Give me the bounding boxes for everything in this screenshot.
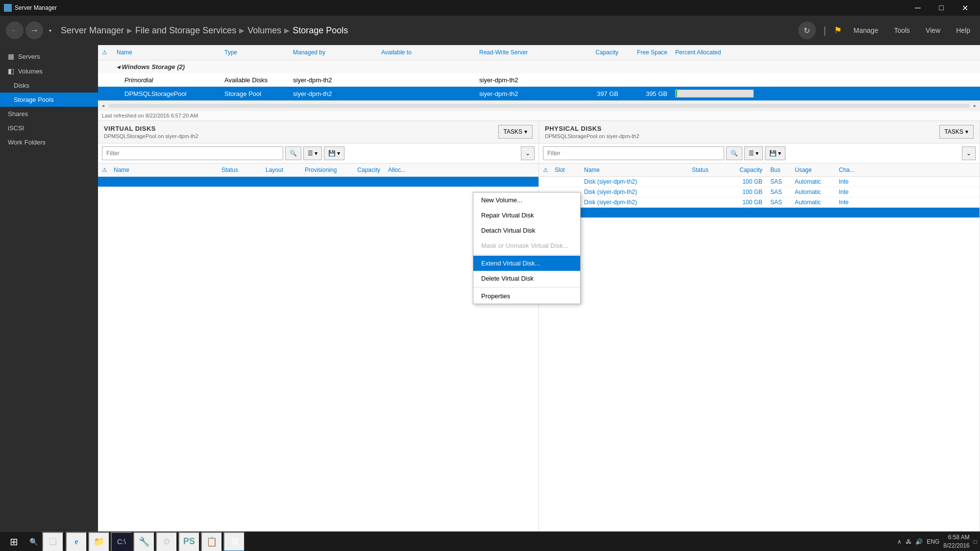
physical-disks-expand-btn[interactable]: ⌄: [962, 146, 976, 160]
sidebar-item-shares[interactable]: Shares: [0, 107, 98, 121]
context-menu-properties[interactable]: Properties: [473, 288, 580, 304]
vd-col-status[interactable]: Status: [218, 165, 262, 175]
pd-col-bus[interactable]: Bus: [766, 165, 791, 175]
scroll-left-arrow[interactable]: ◂: [100, 103, 106, 108]
vd-col-layout[interactable]: Layout: [262, 165, 301, 175]
table-group-header: ◂ Windows Storage (2): [98, 60, 980, 73]
physical-disk-row[interactable]: Disk (siyer-dpm-th2) 100 GB SAS Automati…: [539, 187, 980, 197]
physical-disks-search-btn[interactable]: 🔍: [726, 146, 742, 160]
context-menu-delete[interactable]: Delete Virtual Disk: [473, 271, 580, 286]
nav-dropdown-button[interactable]: ▾: [45, 22, 55, 39]
view-button[interactable]: View: [922, 24, 944, 36]
managed-cell: siyer-dpm-th2: [289, 74, 377, 86]
taskbar-tools1[interactable]: 🔧: [133, 532, 155, 551]
context-menu-repair[interactable]: Repair Virtual Disk: [473, 208, 580, 223]
managed-cell: siyer-dpm-th2: [289, 88, 377, 99]
context-menu-new-volume[interactable]: New Volume...: [473, 192, 580, 208]
col-header-available[interactable]: Available to: [377, 47, 475, 58]
notification-icon[interactable]: □: [974, 538, 977, 545]
virtual-disks-search-btn[interactable]: 🔍: [285, 146, 301, 160]
context-menu-mask[interactable]: Mask or Unmask Virtual Disk...: [473, 238, 580, 253]
virtual-disks-view-btn[interactable]: ☰ ▾: [303, 146, 322, 160]
physical-disks-filter[interactable]: [543, 146, 724, 160]
taskbar-cmd[interactable]: C:\: [111, 532, 132, 551]
top-table-section: ⚠ Name Type Managed by Available to Read…: [98, 45, 980, 121]
context-menu-extend[interactable]: Extend Virtual Disk...: [473, 256, 580, 271]
table-row[interactable]: Primordial Available Disks siyer-dpm-th2…: [98, 73, 980, 87]
physical-disks-tasks-button[interactable]: TASKS ▾: [939, 125, 974, 139]
tray-arrow[interactable]: ∧: [897, 538, 902, 545]
vd-col-name[interactable]: Name: [110, 165, 218, 175]
scroll-track[interactable]: [108, 104, 970, 108]
physical-disk-row[interactable]: Disk (siyer-dpm-th2) 100 GB SAS Automati…: [539, 177, 980, 187]
taskbar-clock[interactable]: 6:58 AM 8/22/2016: [943, 533, 969, 550]
physical-disks-save-btn[interactable]: 💾 ▾: [765, 146, 785, 160]
pd-col-name[interactable]: Name: [580, 165, 688, 175]
sidebar-item-iscsi[interactable]: iSCSI: [0, 121, 98, 135]
virtual-disks-save-btn[interactable]: 💾 ▾: [324, 146, 344, 160]
minimize-button[interactable]: ─: [906, 0, 929, 16]
virtual-disks-filter[interactable]: [102, 146, 283, 160]
forward-button[interactable]: →: [25, 22, 43, 39]
start-button[interactable]: ⊞: [3, 533, 24, 551]
col-header-rw-server[interactable]: Read-Write Server: [475, 47, 573, 58]
physical-disks-header: PHYSICAL DISKS DPMSQLStoragePool on siye…: [539, 121, 980, 144]
pd-col-chassis[interactable]: Cha...: [835, 165, 859, 175]
taskbar-clipboard[interactable]: 📋: [201, 532, 222, 551]
maximize-button[interactable]: □: [930, 0, 953, 16]
help-button[interactable]: Help: [952, 24, 974, 36]
sidebar-item-servers[interactable]: ▦ Servers: [0, 49, 98, 64]
pd-col-slot[interactable]: Slot: [551, 165, 580, 175]
pd-col-capacity[interactable]: Capacity: [727, 165, 766, 175]
tray-volume[interactable]: 🔊: [915, 538, 923, 545]
manage-button[interactable]: Manage: [850, 24, 882, 36]
taskbar-task-view[interactable]: ❑: [42, 532, 64, 551]
window-title: Server Manager: [15, 4, 57, 11]
breadcrumb-server-manager[interactable]: Server Manager: [61, 25, 124, 36]
virtual-disk-row[interactable]: DPMSQLStoragePool Simple Thin 396.0 GB 1…: [98, 177, 539, 187]
vd-col-alloc[interactable]: Alloc...: [384, 165, 414, 175]
physical-disk-row[interactable]: Disk (siyer-dpm-th2) 100 GB SAS Automati…: [539, 208, 980, 218]
virtual-disks-tasks-button[interactable]: TASKS ▾: [498, 125, 533, 139]
physical-disks-table-header: ⚠ Slot Name Status Capacity Bus Usage Ch…: [539, 164, 980, 177]
scroll-area[interactable]: ◂ ▸: [98, 100, 980, 110]
breadcrumb: Server Manager ▶ File and Storage Servic…: [61, 25, 792, 36]
taskbar-server-manager[interactable]: 🖥: [223, 532, 245, 551]
col-header-percent[interactable]: Percent Allocated: [671, 47, 769, 58]
col-header-type[interactable]: Type: [220, 47, 289, 58]
col-header-capacity[interactable]: Capacity: [573, 47, 622, 58]
pd-col-usage[interactable]: Usage: [791, 165, 835, 175]
sidebar-item-work-folders[interactable]: Work Folders: [0, 135, 98, 149]
vd-col-prov[interactable]: Provisioning: [301, 165, 345, 175]
sidebar-item-storage-pools[interactable]: Storage Pools: [0, 93, 98, 107]
tools-button[interactable]: Tools: [890, 24, 914, 36]
capacity-cell: 397 GB: [573, 88, 622, 99]
refresh-button[interactable]: ↻: [798, 22, 816, 39]
vd-col-warn[interactable]: ⚠: [98, 165, 110, 175]
sidebar-item-volumes[interactable]: ◧ Volumes: [0, 64, 98, 78]
sidebar-item-disks[interactable]: Disks: [0, 78, 98, 93]
taskbar-ps[interactable]: PS: [178, 532, 200, 551]
vd-col-capacity[interactable]: Capacity: [345, 165, 384, 175]
col-header-name[interactable]: Name: [113, 47, 220, 58]
col-header-warn[interactable]: ⚠: [98, 47, 113, 58]
pd-col-warn[interactable]: ⚠: [539, 165, 551, 175]
col-header-managed[interactable]: Managed by: [289, 47, 377, 58]
taskbar-explorer[interactable]: 📁: [88, 532, 110, 551]
table-row[interactable]: DPMSQLStoragePool Storage Pool siyer-dpm…: [98, 87, 980, 100]
search-button[interactable]: 🔍: [24, 533, 42, 551]
breadcrumb-file-storage[interactable]: File and Storage Services: [135, 25, 236, 36]
vd-status: [218, 180, 262, 183]
breadcrumb-volumes[interactable]: Volumes: [247, 25, 281, 36]
close-button[interactable]: ✕: [954, 0, 976, 16]
back-button[interactable]: ←: [6, 22, 24, 39]
col-header-free-space[interactable]: Free Space: [622, 47, 671, 58]
taskbar-ie[interactable]: e: [66, 532, 87, 551]
virtual-disks-expand-btn[interactable]: ⌄: [521, 146, 535, 160]
physical-disk-row[interactable]: Disk (siyer-dpm-th2) 100 GB SAS Automati…: [539, 197, 980, 208]
taskbar-tools2[interactable]: ⚙: [156, 532, 177, 551]
context-menu-detach[interactable]: Detach Virtual Disk: [473, 223, 580, 238]
scroll-right-arrow[interactable]: ▸: [972, 103, 978, 108]
pd-col-status[interactable]: Status: [688, 165, 727, 175]
physical-disks-view-btn[interactable]: ☰ ▾: [744, 146, 763, 160]
